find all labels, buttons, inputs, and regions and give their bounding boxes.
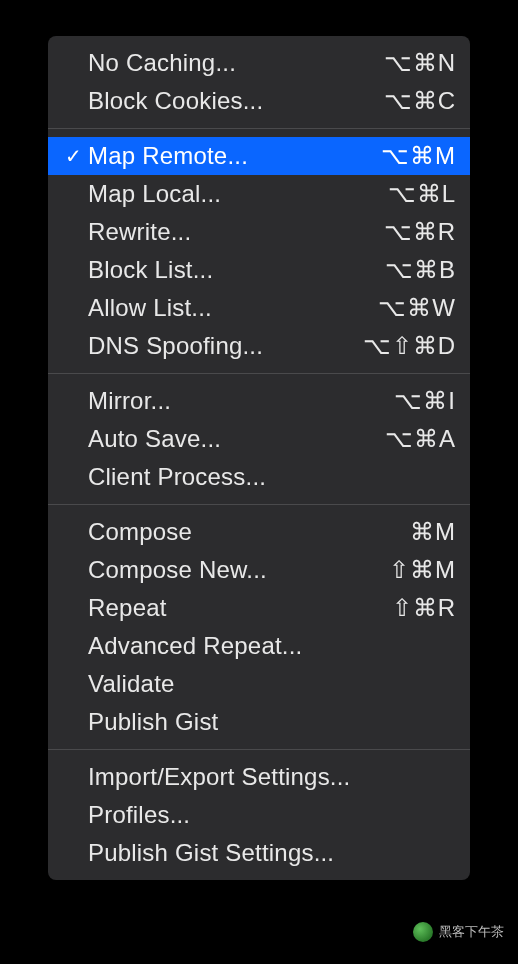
- menu-item-mirror[interactable]: Mirror...⌥⌘I: [48, 382, 470, 420]
- menu-item-shortcut: ⌥⌘W: [378, 294, 456, 322]
- menu-item-allow-list[interactable]: Allow List...⌥⌘W: [48, 289, 470, 327]
- menu-item-label: DNS Spoofing...: [86, 332, 363, 360]
- menu-item-shortcut: ⌥⌘N: [384, 49, 456, 77]
- menu-item-label: Repeat: [86, 594, 392, 622]
- menu-item-label: Auto Save...: [86, 425, 385, 453]
- menu-item-shortcut: ⌥⌘L: [388, 180, 456, 208]
- menu-item-label: Validate: [86, 670, 456, 698]
- menu-item-shortcut: ⌥⌘I: [394, 387, 456, 415]
- menu-item-auto-save[interactable]: Auto Save...⌥⌘A: [48, 420, 470, 458]
- menu-item-compose[interactable]: Compose⌘M: [48, 513, 470, 551]
- menu-item-label: No Caching...: [86, 49, 384, 77]
- watermark-text: 黑客下午茶: [439, 923, 504, 941]
- menu-separator: [48, 373, 470, 374]
- menu-item-rewrite[interactable]: Rewrite...⌥⌘R: [48, 213, 470, 251]
- menu-item-shortcut: ⌘M: [410, 518, 456, 546]
- menu-item-shortcut: ⌥⌘M: [381, 142, 456, 170]
- menu-item-import-export-settings[interactable]: Import/Export Settings...: [48, 758, 470, 796]
- menu-item-label: Publish Gist Settings...: [86, 839, 456, 867]
- menu-item-label: Compose: [86, 518, 410, 546]
- menu-item-shortcut: ⌥⌘B: [385, 256, 456, 284]
- menu-item-shortcut: ⌥⌘C: [384, 87, 456, 115]
- menu-separator: [48, 504, 470, 505]
- wechat-icon: [413, 922, 433, 942]
- menu-item-label: Client Process...: [86, 463, 456, 491]
- menu-item-shortcut: ⇧⌘R: [392, 594, 456, 622]
- context-menu: No Caching...⌥⌘NBlock Cookies...⌥⌘C✓Map …: [48, 36, 470, 880]
- menu-item-label: Profiles...: [86, 801, 456, 829]
- menu-item-label: Rewrite...: [86, 218, 384, 246]
- menu-item-advanced-repeat[interactable]: Advanced Repeat...: [48, 627, 470, 665]
- menu-item-validate[interactable]: Validate: [48, 665, 470, 703]
- menu-item-shortcut: ⌥⌘R: [384, 218, 456, 246]
- menu-separator: [48, 128, 470, 129]
- menu-item-shortcut: ⌥⌘A: [385, 425, 456, 453]
- watermark: 黑客下午茶: [413, 922, 504, 942]
- menu-item-label: Map Remote...: [86, 142, 381, 170]
- menu-item-no-caching[interactable]: No Caching...⌥⌘N: [48, 44, 470, 82]
- menu-item-client-process[interactable]: Client Process...: [48, 458, 470, 496]
- menu-item-label: Map Local...: [86, 180, 388, 208]
- menu-item-map-remote[interactable]: ✓Map Remote...⌥⌘M: [48, 137, 470, 175]
- menu-item-label: Block Cookies...: [86, 87, 384, 115]
- menu-item-label: Publish Gist: [86, 708, 456, 736]
- menu-item-map-local[interactable]: Map Local...⌥⌘L: [48, 175, 470, 213]
- menu-item-publish-gist[interactable]: Publish Gist: [48, 703, 470, 741]
- checkmark-icon: ✓: [60, 144, 86, 168]
- menu-item-label: Block List...: [86, 256, 385, 284]
- menu-item-block-cookies[interactable]: Block Cookies...⌥⌘C: [48, 82, 470, 120]
- menu-item-repeat[interactable]: Repeat⇧⌘R: [48, 589, 470, 627]
- menu-item-block-list[interactable]: Block List...⌥⌘B: [48, 251, 470, 289]
- menu-item-label: Mirror...: [86, 387, 394, 415]
- menu-item-publish-gist-settings[interactable]: Publish Gist Settings...: [48, 834, 470, 872]
- menu-item-label: Import/Export Settings...: [86, 763, 456, 791]
- menu-item-shortcut: ⇧⌘M: [389, 556, 456, 584]
- menu-item-dns-spoofing[interactable]: DNS Spoofing...⌥⇧⌘D: [48, 327, 470, 365]
- menu-item-shortcut: ⌥⇧⌘D: [363, 332, 456, 360]
- menu-item-label: Compose New...: [86, 556, 389, 584]
- menu-item-compose-new[interactable]: Compose New...⇧⌘M: [48, 551, 470, 589]
- menu-item-profiles[interactable]: Profiles...: [48, 796, 470, 834]
- menu-separator: [48, 749, 470, 750]
- menu-item-label: Advanced Repeat...: [86, 632, 456, 660]
- menu-item-label: Allow List...: [86, 294, 378, 322]
